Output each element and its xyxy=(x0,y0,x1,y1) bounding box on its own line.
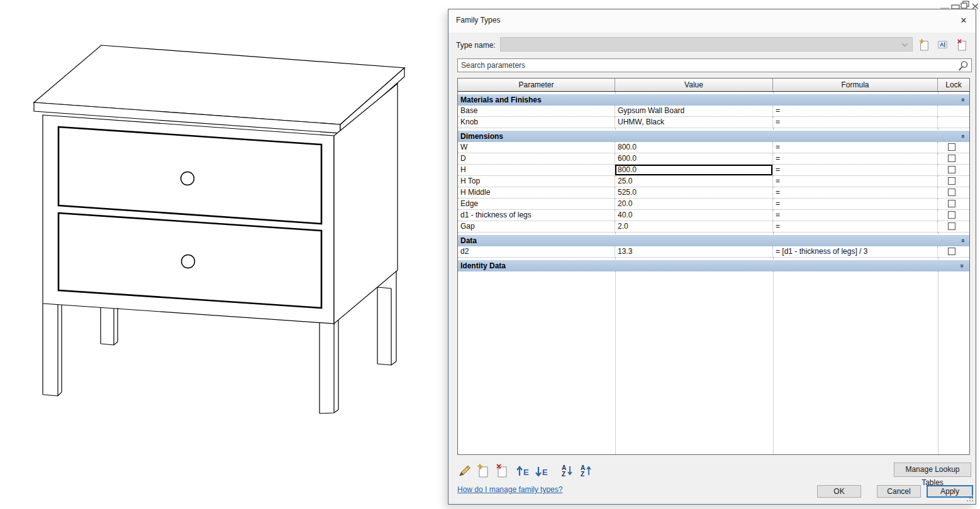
dialog-titlebar[interactable]: Family Types ✕ xyxy=(448,9,976,33)
parameter-name-cell: Gap xyxy=(458,221,615,233)
move-parameter-down-button[interactable]: E xyxy=(533,463,548,478)
parameter-name-cell: Knob xyxy=(458,117,615,128)
parameter-value-cell[interactable]: UHMW, Black xyxy=(615,117,773,128)
section-header-identity-data[interactable]: Identity Data» xyxy=(458,260,969,271)
lock-checkbox[interactable] xyxy=(948,248,955,255)
parameter-lock-cell xyxy=(938,187,969,199)
close-icon[interactable]: ✕ xyxy=(956,14,971,28)
section-header-data[interactable]: Data» xyxy=(458,235,969,246)
search-parameters-input[interactable]: Search parameters xyxy=(457,58,972,72)
restore-icon[interactable] xyxy=(961,1,969,8)
parameter-name-cell: D xyxy=(458,153,615,165)
resize-grip[interactable] xyxy=(966,495,974,502)
section-header-materials-and-finishes[interactable]: Materials and Finishes» xyxy=(458,94,969,106)
parameter-value-cell[interactable]: 13.3 xyxy=(615,246,773,258)
collapse-section-icon[interactable]: » xyxy=(959,133,966,140)
help-link[interactable]: How do I manage family types? xyxy=(457,485,562,494)
parameter-lock-cell xyxy=(938,117,969,128)
type-name-combobox[interactable] xyxy=(500,37,913,52)
parameter-row-h[interactable]: H800.0= xyxy=(458,165,969,176)
rename-type-button[interactable]: A xyxy=(937,38,949,51)
parameter-row-d[interactable]: D600.0= xyxy=(458,153,969,165)
close-window-icon[interactable] xyxy=(972,4,978,9)
lock-checkbox[interactable] xyxy=(948,189,955,196)
parameter-formula-cell[interactable]: = xyxy=(773,199,938,210)
lock-checkbox[interactable] xyxy=(948,166,955,173)
new-parameter-button[interactable] xyxy=(476,463,491,478)
cancel-button[interactable]: Cancel xyxy=(877,485,921,498)
parameter-lock-cell xyxy=(938,246,969,258)
parameter-lock-cell xyxy=(938,176,969,187)
parameter-value-cell[interactable]: 525.0 xyxy=(615,187,773,199)
parameter-value-cell[interactable]: 25.0 xyxy=(615,176,773,187)
parameter-name-cell: H Top xyxy=(458,176,615,187)
parameter-lock-cell xyxy=(938,221,969,233)
sort-ascending-button[interactable]: A Z xyxy=(560,463,575,478)
parameter-lock-cell xyxy=(938,165,969,176)
parameter-row-knob[interactable]: KnobUHMW, Black= xyxy=(458,117,969,128)
lock-checkbox[interactable] xyxy=(948,155,955,162)
parameter-formula-cell[interactable]: = xyxy=(773,221,938,233)
arrow-up-icon xyxy=(517,467,522,476)
parameter-row-d1-thickness-of-legs[interactable]: d1 - thickness of legs40.0= xyxy=(458,210,969,221)
parameter-formula-cell[interactable]: = xyxy=(773,106,938,117)
lock-checkbox[interactable] xyxy=(948,143,955,151)
nightstand-wireframe-drawing xyxy=(0,0,448,509)
parameter-formula-cell[interactable]: = xyxy=(773,117,938,128)
parameter-row-d2[interactable]: d213.3= [d1 - thickness of legs] / 3 xyxy=(458,246,969,258)
ok-button[interactable]: OK xyxy=(817,485,861,498)
delete-type-button[interactable] xyxy=(955,38,968,51)
collapse-section-icon[interactable]: » xyxy=(959,237,966,244)
parameter-row-w[interactable]: W800.0= xyxy=(458,142,969,153)
parameter-value-cell[interactable]: 2.0 xyxy=(615,221,773,233)
arrow-down-icon xyxy=(568,466,572,474)
type-name-label: Type name: xyxy=(456,41,496,50)
parameter-formula-cell[interactable]: = xyxy=(773,187,938,199)
sort-descending-button[interactable]: A Z xyxy=(579,463,594,478)
parameter-row-h-middle[interactable]: H Middle525.0= xyxy=(458,187,969,199)
section-header-dimensions[interactable]: Dimensions» xyxy=(458,131,969,142)
parameter-row-gap[interactable]: Gap2.0= xyxy=(458,221,969,233)
manage-lookup-tables-button[interactable]: Manage Lookup Tables xyxy=(894,462,971,477)
parameter-name-cell: d1 - thickness of legs xyxy=(458,210,615,221)
parameter-value-cell[interactable]: 40.0 xyxy=(615,210,773,221)
parameter-value-cell[interactable]: 20.0 xyxy=(615,199,773,210)
column-header-value[interactable]: Value xyxy=(615,79,773,91)
parameter-name-cell: H xyxy=(458,165,615,176)
drawing-canvas[interactable] xyxy=(0,0,448,509)
arrow-down-icon xyxy=(536,467,541,476)
parameter-formula-cell[interactable]: = xyxy=(773,165,938,176)
parameter-formula-cell[interactable]: = xyxy=(773,153,938,165)
svg-text:E: E xyxy=(542,468,548,477)
lock-checkbox[interactable] xyxy=(948,200,955,207)
parameter-lock-cell xyxy=(938,142,969,153)
collapse-section-icon[interactable]: » xyxy=(959,96,966,104)
column-header-lock[interactable]: Lock xyxy=(938,79,969,91)
column-header-parameter[interactable]: Parameter xyxy=(458,79,615,91)
parameter-formula-cell[interactable]: = xyxy=(773,210,938,221)
section-title: Dimensions xyxy=(460,132,503,141)
parameter-formula-cell[interactable]: = [d1 - thickness of legs] / 3 xyxy=(773,246,938,258)
expand-section-icon[interactable]: » xyxy=(959,262,966,270)
move-parameter-up-button[interactable]: E xyxy=(515,463,530,478)
search-icon[interactable] xyxy=(957,60,969,72)
parameter-formula-cell[interactable]: = xyxy=(773,142,938,153)
parameter-value-cell[interactable]: 800.0 xyxy=(615,165,773,176)
lock-checkbox[interactable] xyxy=(948,211,955,219)
table-body: Materials and Finishes»BaseGypsum Wall B… xyxy=(458,92,969,454)
svg-text:E: E xyxy=(523,468,529,477)
parameter-row-edge[interactable]: Edge20.0= xyxy=(458,199,969,210)
delete-parameter-button[interactable] xyxy=(494,463,509,478)
parameter-value-cell[interactable]: Gypsum Wall Board xyxy=(615,106,773,117)
parameter-row-base[interactable]: BaseGypsum Wall Board= xyxy=(458,106,969,117)
parameter-formula-cell[interactable]: = xyxy=(773,176,938,187)
new-type-button[interactable] xyxy=(918,38,930,51)
lock-checkbox[interactable] xyxy=(948,177,955,185)
parameter-row-h-top[interactable]: H Top25.0= xyxy=(458,176,969,187)
parameter-lock-cell xyxy=(938,153,969,165)
parameter-value-cell[interactable]: 600.0 xyxy=(615,153,773,165)
parameter-value-cell[interactable]: 800.0 xyxy=(615,142,773,153)
edit-parameter-button[interactable] xyxy=(457,463,472,478)
lock-checkbox[interactable] xyxy=(948,222,955,230)
column-header-formula[interactable]: Formula xyxy=(773,79,938,91)
